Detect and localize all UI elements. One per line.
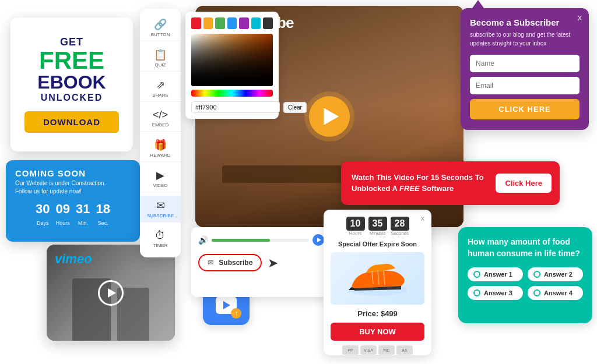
swatch-cyan[interactable] xyxy=(251,17,261,29)
subscribe-popup-subtitle: subscribe to our blog and get the latest… xyxy=(470,30,580,48)
toolbar-embed-label: EMBED xyxy=(152,122,168,128)
ebook-download-button[interactable]: DOWNLOAD xyxy=(24,111,119,133)
popup-triangle xyxy=(472,0,484,8)
visa-icon: VISA xyxy=(360,345,377,355)
radio-4 xyxy=(533,289,540,296)
color-swatches xyxy=(191,17,273,29)
toolbar-subscribe-item[interactable]: ✉ SUBSCRIBE xyxy=(140,196,181,222)
subscribe-animation-label: Subscribe xyxy=(219,259,252,267)
buy-now-button[interactable]: BUY NOW xyxy=(331,323,424,341)
subscribe-click-button[interactable]: CLICK HERE xyxy=(470,99,580,119)
color-clear-button[interactable]: Clear xyxy=(283,102,307,113)
subscribe-popup: x Become a Subscriber subscribe to our b… xyxy=(461,8,589,130)
product-image xyxy=(331,252,424,305)
countdown-hours: 09 Hours xyxy=(56,202,70,227)
amex-icon: AX xyxy=(396,345,413,355)
subscribe-email-input[interactable] xyxy=(470,77,580,94)
special-offer-close[interactable]: x xyxy=(421,214,424,222)
payment-icons: PP VISA MC AX xyxy=(331,345,424,355)
radio-2 xyxy=(533,271,540,278)
toolbar-subscribe-label: SUBSCRIBE xyxy=(147,213,174,218)
swatch-blue[interactable] xyxy=(227,17,237,29)
countdown-timer: 30 Days 09 Hours 31 Min. 18 Sec. xyxy=(15,202,131,227)
toolbar-button-item[interactable]: 🔗 BUTTON xyxy=(140,15,181,41)
ebook-free-text: FREE xyxy=(39,48,104,73)
toolbar-video-item[interactable]: ▶ VIDEO xyxy=(140,165,181,192)
quiz-answer-4[interactable]: Answer 4 xyxy=(528,286,583,300)
toolbar-video-label: VIDEO xyxy=(153,183,168,188)
subscribe-popup-close[interactable]: x xyxy=(578,13,582,22)
paypal-icon: PP xyxy=(342,345,359,355)
toolbar-share-item[interactable]: ⇗ SHARE xyxy=(140,75,181,102)
progress-fill xyxy=(212,239,270,242)
offer-minutes: 35 Minutes xyxy=(368,217,387,236)
vimeo-logo-text: vimeo xyxy=(55,252,92,267)
color-gradient-picker[interactable] xyxy=(191,34,273,86)
mini-play-button[interactable] xyxy=(312,234,324,246)
subscribe-animation-card: 🔊 Subscribe ➤ xyxy=(191,227,331,297)
quiz-card: How many amount of food human consume in… xyxy=(458,227,592,323)
ebook-unlocked-text: UNLOCKED xyxy=(41,93,103,103)
quiz-answer-1[interactable]: Answer 1 xyxy=(468,267,523,281)
cta-free-label: FREE xyxy=(399,184,420,193)
swatch-orange[interactable] xyxy=(203,17,213,29)
cta-banner: Watch This Video For 15 Seconds To Unblo… xyxy=(341,161,560,205)
radio-1 xyxy=(473,271,480,278)
quiz-answer-2-label: Answer 2 xyxy=(544,271,573,278)
special-offer-card: x 10 Hours 35 Minutes 28 Seconds Special… xyxy=(324,210,431,355)
share-icon: ⇗ xyxy=(156,79,165,91)
cta-banner-text: Watch This Video For 15 Seconds To Unblo… xyxy=(352,172,487,193)
toolbar-reward-item[interactable]: 🎁 REWARD xyxy=(140,135,181,162)
ebook-card: GET FREE EBOOK UNLOCKED DOWNLOAD xyxy=(10,17,133,151)
upload-arrow-badge: ↑ xyxy=(231,308,241,319)
quiz-answer-2[interactable]: Answer 2 xyxy=(528,267,583,281)
quiz-answer-3-label: Answer 3 xyxy=(484,289,512,296)
subscribe-icon: ✉ xyxy=(156,199,165,212)
quiz-question: How many amount of food human consume in… xyxy=(468,236,583,259)
timer-icon: ⏱ xyxy=(155,229,166,242)
toolbar-embed-item[interactable]: </> EMBED xyxy=(140,105,181,132)
toolbar-button-label: BUTTON xyxy=(151,32,170,37)
embed-icon: </> xyxy=(153,109,168,121)
video-play-button[interactable] xyxy=(309,96,350,137)
offer-expire-text: Special Offer Expire Soon xyxy=(331,241,424,248)
ebook-title-text: EBOOK xyxy=(37,73,106,91)
toolbar-quiz-item[interactable]: 📋 QUIZ xyxy=(140,45,181,72)
swatch-dark[interactable] xyxy=(263,17,273,29)
vimeo-play-button[interactable] xyxy=(98,280,124,306)
quiz-answer-1-label: Answer 1 xyxy=(484,271,512,278)
product-price: Price: $499 xyxy=(331,309,424,318)
coming-soon-card: COMING SOON Our Website is under Constra… xyxy=(6,160,140,242)
video-icon: ▶ xyxy=(156,169,164,182)
offer-hours: 10 Hours xyxy=(346,217,365,236)
volume-icon: 🔊 xyxy=(198,235,208,245)
radio-3 xyxy=(473,289,480,296)
subscribe-name-input[interactable] xyxy=(470,55,580,72)
quiz-answers: Answer 1 Answer 2 Answer 3 Answer 4 xyxy=(468,267,583,300)
quiz-icon: 📋 xyxy=(154,48,167,61)
quiz-answer-4-label: Answer 4 xyxy=(544,289,573,296)
player-controls: 🔊 xyxy=(198,234,324,246)
subscribe-popup-title: Become a Subscriber xyxy=(470,17,580,27)
toolbar-timer-label: TIMER xyxy=(153,243,168,248)
upload-icon-inner: ↑ xyxy=(216,296,237,314)
cta-click-button[interactable]: Click Here xyxy=(496,174,552,193)
toolbar-timer-item[interactable]: ⏱ TIMER xyxy=(140,226,181,252)
toolbar-share-label: SHARE xyxy=(152,93,168,98)
offer-countdown-timer: 10 Hours 35 Minutes 28 Seconds xyxy=(331,217,424,236)
countdown-days: 30 Days xyxy=(36,202,50,227)
toolbar-reward-label: REWARD xyxy=(150,153,170,158)
animation-arrow: ➤ xyxy=(268,256,278,271)
progress-bar[interactable] xyxy=(212,239,309,242)
mc-icon: MC xyxy=(378,345,395,355)
color-hue-slider[interactable] xyxy=(191,90,273,97)
quiz-answer-3[interactable]: Answer 3 xyxy=(468,286,523,300)
shoe-svg xyxy=(343,258,413,299)
swatch-purple[interactable] xyxy=(239,17,249,29)
swatch-red[interactable] xyxy=(191,17,201,29)
swatch-green[interactable] xyxy=(215,17,225,29)
countdown-seconds: 18 Sec. xyxy=(96,202,110,227)
coming-soon-subtitle: Our Website is under Constraction.Follow… xyxy=(15,179,131,196)
color-hex-input[interactable] xyxy=(191,101,280,113)
countdown-minutes: 31 Min. xyxy=(76,202,90,227)
